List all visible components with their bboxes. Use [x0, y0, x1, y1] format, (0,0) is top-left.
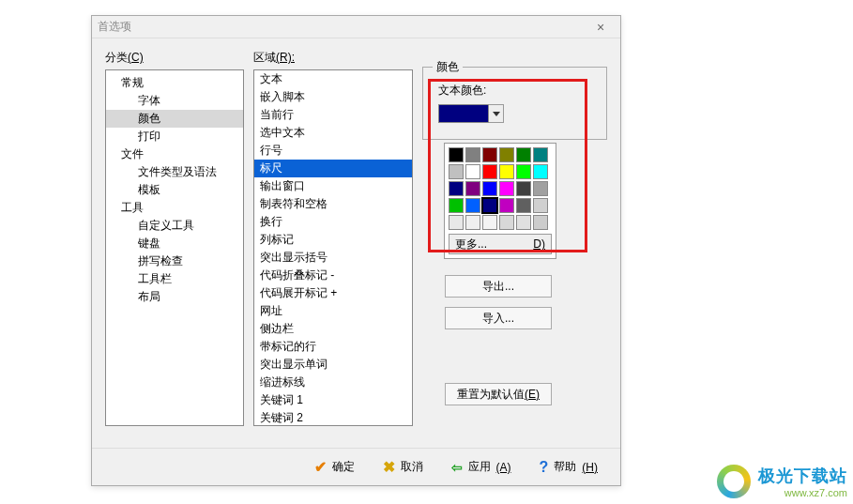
ok-button[interactable]: ✔ 确定 — [311, 456, 358, 478]
category-item[interactable]: 工具 — [106, 199, 243, 217]
watermark-logo-icon — [717, 465, 751, 498]
chevron-down-icon — [493, 112, 500, 116]
import-button[interactable]: 导入... — [445, 307, 552, 329]
category-item[interactable]: 常规 — [106, 74, 243, 92]
category-item[interactable]: 模板 — [106, 181, 243, 199]
region-label: 区域(R): — [253, 50, 413, 66]
category-item[interactable]: 颜色 — [106, 110, 243, 128]
palette-swatch[interactable] — [533, 147, 548, 162]
category-item[interactable]: 拼写检查 — [106, 252, 243, 270]
text-color-dropdown[interactable] — [438, 104, 504, 123]
palette-swatch[interactable] — [516, 164, 531, 179]
region-item[interactable]: 制表符和空格 — [254, 195, 412, 213]
apply-button[interactable]: ⇦ 应用(A) — [448, 457, 515, 477]
palette-swatch[interactable] — [482, 147, 497, 162]
region-item[interactable]: 代码展开标记 + — [254, 284, 412, 302]
palette-swatch[interactable] — [482, 181, 497, 196]
palette-swatch[interactable] — [482, 198, 497, 213]
current-color-swatch — [438, 104, 489, 123]
color-palette-popup: 更多... D) — [444, 143, 556, 259]
palette-swatch[interactable] — [499, 215, 514, 230]
reset-defaults-button[interactable]: 重置为默认值(E) — [445, 383, 552, 405]
category-column: 分类(C) 常规字体颜色打印文件文件类型及语法模板工具自定义工具键盘拼写检查工具… — [105, 50, 244, 426]
palette-swatch[interactable] — [516, 147, 531, 162]
palette-swatch[interactable] — [465, 215, 480, 230]
region-item[interactable]: 文本 — [254, 70, 412, 88]
palette-swatch[interactable] — [449, 164, 464, 179]
palette-swatch[interactable] — [465, 147, 480, 162]
category-item[interactable]: 自定义工具 — [106, 217, 243, 235]
region-item[interactable]: 关键词 1 — [254, 391, 412, 409]
x-icon: ✖ — [383, 458, 395, 476]
watermark: 极光下载站 www.xz7.com — [717, 465, 847, 498]
category-item[interactable]: 文件 — [106, 145, 243, 163]
region-item[interactable]: 当前行 — [254, 106, 412, 124]
region-item[interactable]: 换行 — [254, 213, 412, 231]
text-color-label: 文本颜色: — [438, 83, 597, 99]
palette-swatch[interactable] — [449, 181, 464, 196]
palette-swatch[interactable] — [533, 198, 548, 213]
region-list: 文本嵌入脚本当前行选中文本行号标尺输出窗口制表符和空格换行列标记突出显示括号代码… — [254, 70, 412, 425]
preferences-dialog: 首选项 × 分类(C) 常规字体颜色打印文件文件类型及语法模板工具自定义工具键盘… — [91, 15, 621, 486]
region-item[interactable]: 选中文本 — [254, 124, 412, 142]
region-item[interactable]: 列标记 — [254, 231, 412, 249]
region-item[interactable]: 代码折叠标记 - — [254, 267, 412, 284]
region-item[interactable]: 突出显示括号 — [254, 249, 412, 267]
region-listbox[interactable]: 文本嵌入脚本当前行选中文本行号标尺输出窗口制表符和空格换行列标记突出显示括号代码… — [253, 69, 413, 426]
watermark-url: www.xz7.com — [758, 487, 847, 498]
cancel-button[interactable]: ✖ 取消 — [379, 456, 427, 478]
region-item[interactable]: 输出窗口 — [254, 177, 412, 195]
region-item[interactable]: 关键词 2 — [254, 409, 412, 425]
question-icon: ? — [540, 459, 549, 476]
category-item[interactable]: 文件类型及语法 — [106, 163, 243, 181]
palette-grid[interactable] — [449, 147, 552, 230]
export-button[interactable]: 导出... — [445, 275, 552, 298]
palette-swatch[interactable] — [499, 198, 514, 213]
palette-swatch[interactable] — [499, 147, 514, 162]
region-item[interactable]: 突出显示单词 — [254, 356, 412, 374]
region-column: 区域(R): 文本嵌入脚本当前行选中文本行号标尺输出窗口制表符和空格换行列标记突… — [253, 50, 413, 426]
palette-swatch[interactable] — [499, 181, 514, 196]
dialog-body: 分类(C) 常规字体颜色打印文件文件类型及语法模板工具自定义工具键盘拼写检查工具… — [92, 38, 620, 426]
region-item[interactable]: 行号 — [254, 142, 412, 160]
region-item[interactable]: 网址 — [254, 302, 412, 320]
category-item[interactable]: 工具栏 — [106, 270, 243, 288]
close-icon[interactable]: × — [586, 18, 615, 37]
region-item[interactable]: 缩进标线 — [254, 374, 412, 391]
palette-swatch[interactable] — [516, 198, 531, 213]
help-button[interactable]: ? 帮助(H) — [536, 457, 602, 478]
more-colors-button[interactable]: 更多... D) — [449, 234, 552, 254]
palette-swatch[interactable] — [465, 198, 480, 213]
palette-swatch[interactable] — [449, 215, 464, 230]
region-item[interactable]: 嵌入脚本 — [254, 88, 412, 106]
category-item[interactable]: 打印 — [106, 128, 243, 145]
check-icon: ✔ — [314, 458, 327, 476]
palette-swatch[interactable] — [533, 164, 548, 179]
region-item[interactable]: 带标记的行 — [254, 338, 412, 356]
arrow-left-icon: ⇦ — [451, 460, 463, 475]
palette-swatch[interactable] — [499, 164, 514, 179]
side-buttons: 导出... 导入... — [445, 275, 552, 329]
palette-swatch[interactable] — [465, 181, 480, 196]
category-item[interactable]: 布局 — [106, 288, 243, 306]
category-item[interactable]: 字体 — [106, 92, 243, 110]
region-item[interactable]: 侧边栏 — [254, 320, 412, 338]
palette-swatch[interactable] — [533, 181, 548, 196]
palette-swatch[interactable] — [516, 215, 531, 230]
watermark-brand: 极光下载站 — [758, 465, 847, 487]
palette-swatch[interactable] — [482, 215, 497, 230]
dialog-footer: ✔ 确定 ✖ 取消 ⇦ 应用(A) ? 帮助(H) — [92, 448, 620, 485]
palette-swatch[interactable] — [465, 164, 480, 179]
palette-swatch[interactable] — [449, 147, 464, 162]
category-tree[interactable]: 常规字体颜色打印文件文件类型及语法模板工具自定义工具键盘拼写检查工具栏布局 — [105, 69, 244, 426]
palette-swatch[interactable] — [533, 215, 548, 230]
palette-swatch[interactable] — [516, 181, 531, 196]
palette-swatch[interactable] — [449, 198, 464, 213]
titlebar[interactable]: 首选项 × — [92, 16, 620, 38]
palette-swatch[interactable] — [482, 164, 497, 179]
right-column: 颜色 文本颜色: 更多... D) — [422, 50, 607, 426]
color-legend: 颜色 — [433, 59, 463, 75]
region-item[interactable]: 标尺 — [254, 160, 412, 177]
category-item[interactable]: 键盘 — [106, 235, 243, 252]
dropdown-button[interactable] — [489, 104, 504, 123]
